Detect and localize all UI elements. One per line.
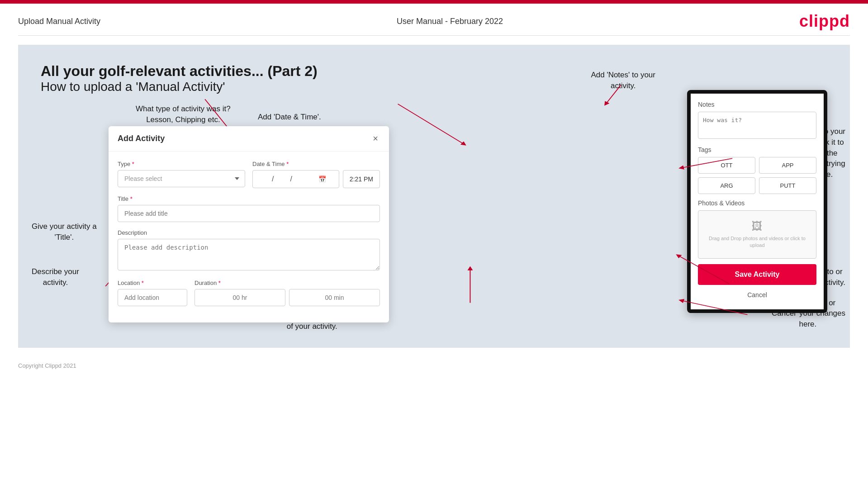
form-row-location-duration: Location * Duration * <box>118 280 380 306</box>
location-required-star: * <box>142 280 144 286</box>
form-row-type-date: Type * Please select Date & Time * 15 / <box>118 161 380 188</box>
tag-putt[interactable]: PUTT <box>759 177 816 194</box>
header-center-text: User Manual - February 2022 <box>397 17 503 26</box>
copyright-text: Copyright Clippd 2021 <box>18 362 76 369</box>
date-sep-2: / <box>290 175 292 183</box>
tag-app[interactable]: APP <box>759 157 816 174</box>
date-sep-1: / <box>272 175 274 183</box>
location-input[interactable] <box>118 289 187 306</box>
duration-mins-input[interactable] <box>289 289 380 306</box>
description-textarea[interactable] <box>118 239 380 270</box>
location-label: Location * <box>118 280 187 286</box>
page-title-section: All your golf-relevant activities... (Pa… <box>41 63 827 94</box>
form-group-type: Type * Please select <box>118 161 245 188</box>
dialog-body: Type * Please select Date & Time * 15 / <box>109 152 389 322</box>
date-input-group: 15 / 02 / 2022 📅 <box>252 170 339 188</box>
title-input[interactable] <box>118 205 380 222</box>
duration-hours-input[interactable] <box>194 289 285 306</box>
date-year-input[interactable]: 2022 <box>294 175 314 183</box>
calendar-icon[interactable]: 📅 <box>318 175 326 183</box>
time-input[interactable]: 2:21 PM <box>343 170 380 188</box>
duration-inputs <box>194 289 380 306</box>
duration-label: Duration * <box>194 280 380 286</box>
title-required-star: * <box>130 195 133 202</box>
header-logo: clippd <box>799 12 850 31</box>
form-group-location: Location * <box>118 280 187 306</box>
top-bar <box>0 0 868 4</box>
datetime-label: Date & Time * <box>252 161 380 167</box>
annotation-what-type: What type of activity was it?Lesson, Chi… <box>136 104 231 125</box>
title-label: Title * <box>118 195 380 202</box>
notes-textarea[interactable] <box>698 112 816 139</box>
phone-content: Notes Tags OTT APP ARG PUTT Photos & Vid… <box>691 94 824 309</box>
type-select[interactable]: Please select <box>118 170 245 187</box>
header-left-text: Upload Manual Activity <box>18 17 100 26</box>
annotation-notes: Add 'Notes' to youractivity. <box>591 70 655 91</box>
photo-upload-text: Drag and Drop photos and videos or click… <box>703 235 811 249</box>
annotation-describe: Describe youractivity. <box>32 266 79 288</box>
tags-grid: OTT APP ARG PUTT <box>698 157 816 194</box>
dialog-header: Add Activity × <box>109 126 389 152</box>
description-label: Description <box>118 229 380 236</box>
type-required-star: * <box>132 161 134 167</box>
date-month-input[interactable]: 02 <box>275 175 288 183</box>
datetime-inputs: 15 / 02 / 2022 📅 2:21 PM <box>252 170 380 188</box>
main-content: All your golf-relevant activities... (Pa… <box>18 45 850 348</box>
date-day-input[interactable]: 15 <box>257 175 270 183</box>
tag-ott[interactable]: OTT <box>698 157 755 174</box>
form-row-title: Title * <box>118 195 380 222</box>
photo-icon: 🖼 <box>703 220 811 232</box>
photo-upload-area[interactable]: 🖼 Drag and Drop photos and videos or cli… <box>698 210 816 259</box>
phone-panel: Notes Tags OTT APP ARG PUTT Photos & Vid… <box>687 90 827 313</box>
duration-required-star: * <box>218 280 221 286</box>
form-group-duration: Duration * <box>194 280 380 306</box>
dialog-close-button[interactable]: × <box>371 133 380 144</box>
form-row-description: Description <box>118 229 380 272</box>
header-divider <box>18 35 850 36</box>
cancel-link[interactable]: Cancel <box>698 289 816 302</box>
form-group-description: Description <box>118 229 380 272</box>
tag-arg[interactable]: ARG <box>698 177 755 194</box>
form-group-datetime: Date & Time * 15 / 02 / 2022 📅 2:21 PM <box>252 161 380 188</box>
time-value: 2:21 PM <box>350 175 373 183</box>
header: Upload Manual Activity User Manual - Feb… <box>0 4 868 35</box>
annotation-date-time: Add 'Date & Time'. <box>258 112 321 123</box>
footer: Copyright Clippd 2021 <box>0 357 868 374</box>
save-activity-button[interactable]: Save Activity <box>698 264 816 285</box>
page-title-bold: All your golf-relevant activities... (Pa… <box>41 63 827 80</box>
svg-line-1 <box>398 104 465 144</box>
photos-label: Photos & Videos <box>698 199 816 207</box>
type-label: Type * <box>118 161 245 167</box>
tags-label: Tags <box>698 146 816 153</box>
notes-label: Notes <box>698 101 816 108</box>
add-activity-dialog: Add Activity × Type * Please select Date… <box>109 126 389 322</box>
dialog-title: Add Activity <box>118 134 165 143</box>
form-group-title: Title * <box>118 195 380 222</box>
datetime-required-star: * <box>286 161 289 167</box>
annotation-title: Give your activity a'Title'. <box>32 221 97 243</box>
